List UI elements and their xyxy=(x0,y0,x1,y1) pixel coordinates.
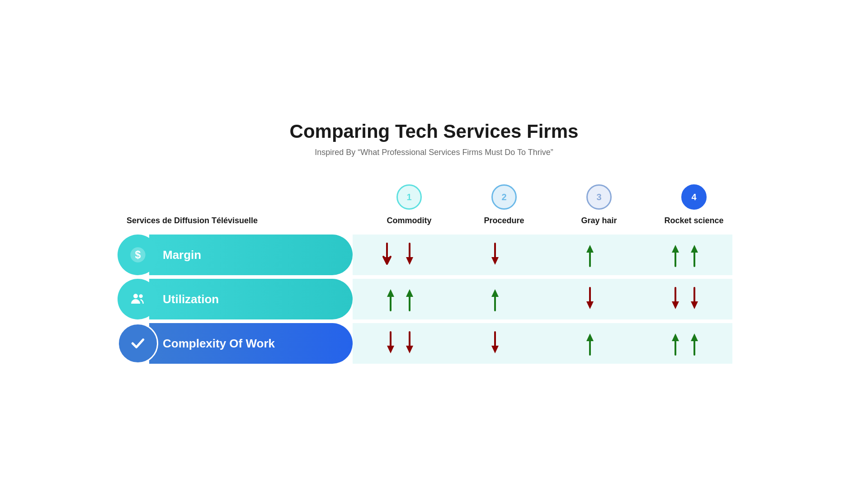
arrow-up-green-8 xyxy=(666,330,684,357)
arrow-down-red-8 xyxy=(401,330,419,357)
utilization-cell-2 xyxy=(448,279,542,319)
margin-arrows-4 xyxy=(666,241,703,268)
svg-marker-35 xyxy=(586,333,594,341)
svg-marker-37 xyxy=(672,333,679,341)
svg-marker-3 xyxy=(383,257,391,265)
svg-marker-29 xyxy=(387,346,394,353)
svg-marker-19 xyxy=(406,289,413,297)
col-label-3: Gray hair xyxy=(581,216,617,225)
dollar-icon: $ xyxy=(129,246,147,264)
svg-marker-5 xyxy=(406,257,413,265)
svg-marker-23 xyxy=(586,301,594,309)
arrow-up-green-4 xyxy=(382,286,400,313)
arrow-up-green-5 xyxy=(401,286,419,313)
arrow-down-red-4 xyxy=(581,286,599,313)
arrow-down-red-7 xyxy=(382,330,400,357)
svg-marker-7 xyxy=(491,257,499,265)
margin-cell-2 xyxy=(448,235,542,275)
badge-1: 1 xyxy=(396,184,422,210)
header-col-3: 3 Gray hair xyxy=(552,184,646,225)
svg-marker-33 xyxy=(491,346,499,353)
svg-marker-21 xyxy=(491,289,499,297)
margin-cell-1 xyxy=(353,235,448,275)
check-icon xyxy=(129,334,147,352)
utilization-cell-3 xyxy=(542,279,637,319)
svg-marker-39 xyxy=(691,333,698,341)
arrow-down-red-5 xyxy=(666,286,684,313)
svg-marker-9 xyxy=(586,245,594,253)
row-margin: $ Margin xyxy=(118,235,750,275)
margin-cell-3 xyxy=(542,235,637,275)
margin-cell-4 xyxy=(637,235,732,275)
svg-marker-25 xyxy=(672,301,679,309)
svg-marker-31 xyxy=(406,346,413,353)
arrow-up-green-3 xyxy=(685,241,703,268)
col-label-1: Commodity xyxy=(387,216,432,225)
arrow-up-green-1 xyxy=(581,241,599,268)
arrow-down-red-3 xyxy=(486,241,504,268)
complexity-cell-1 xyxy=(353,323,448,364)
row-label-margin: $ Margin xyxy=(118,235,353,275)
arrow-down-red-9 xyxy=(486,330,504,357)
comparison-table: Services de Diffusion Télévisuelle 1 Com… xyxy=(118,184,750,367)
complexity-cell-3 xyxy=(542,323,637,364)
margin-arrows-2 xyxy=(486,241,504,268)
svg-marker-11 xyxy=(672,245,679,253)
header-col-1: 1 Commodity xyxy=(362,184,457,225)
row-complexity: Complexity Of Work xyxy=(118,323,750,364)
page-title: Comparing Tech Services Firms xyxy=(290,121,579,142)
table-header: Services de Diffusion Télévisuelle 1 Com… xyxy=(118,184,750,225)
complexity-icon-circle xyxy=(118,323,158,364)
row-label-complexity: Complexity Of Work xyxy=(118,323,353,364)
svg-text:$: $ xyxy=(135,249,141,261)
badge-4: 4 xyxy=(681,184,707,210)
row-label-utilization: Utilization xyxy=(118,279,353,319)
arrow-up-green-2 xyxy=(666,241,684,268)
people-icon xyxy=(129,290,147,308)
svg-point-14 xyxy=(133,294,138,298)
svg-marker-17 xyxy=(387,289,394,297)
main-container: Comparing Tech Services Firms Inspired B… xyxy=(118,121,750,367)
header-left-label: Services de Diffusion Télévisuelle xyxy=(127,216,362,225)
margin-label-text: Margin xyxy=(149,235,353,275)
page-subtitle: Inspired By “What Professional Services … xyxy=(315,148,553,157)
svg-marker-13 xyxy=(691,245,698,253)
row-utilization: Utilization xyxy=(118,279,750,319)
margin-arrows-3 xyxy=(581,241,599,268)
col-label-2: Procedure xyxy=(484,216,524,225)
svg-marker-27 xyxy=(691,301,698,309)
header-col-2: 2 Procedure xyxy=(457,184,552,225)
margin-icon-circle: $ xyxy=(118,235,158,275)
header-col-4: 4 Rocket science xyxy=(646,184,741,225)
utilization-cell-1 xyxy=(353,279,448,319)
utilization-cell-4 xyxy=(637,279,732,319)
arrow-up-green-7 xyxy=(581,330,599,357)
utilization-icon-circle xyxy=(118,279,158,319)
badge-2: 2 xyxy=(491,184,517,210)
arrow-down-red-2 xyxy=(401,241,419,268)
badge-3: 3 xyxy=(586,184,612,210)
svg-point-15 xyxy=(139,294,143,298)
complexity-cell-2 xyxy=(448,323,542,364)
complexity-cell-4 xyxy=(637,323,732,364)
utilization-label-text: Utilization xyxy=(149,279,353,319)
arrow-up-green-9 xyxy=(685,330,703,357)
col-label-4: Rocket science xyxy=(664,216,723,225)
arrow-down-red-6 xyxy=(685,286,703,313)
margin-arrows-1 xyxy=(382,241,419,268)
arrow-up-green-6 xyxy=(486,286,504,313)
arrow-down-red-1 xyxy=(382,241,400,268)
complexity-label-text: Complexity Of Work xyxy=(149,323,353,364)
